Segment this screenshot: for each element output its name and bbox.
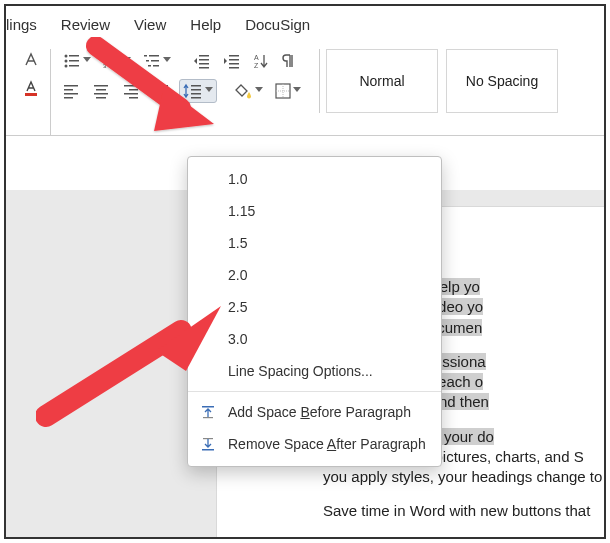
line-spacing-menu: 1.0 1.15 1.5 2.0 2.5 3.0 Line Spacing Op…	[187, 156, 442, 467]
ribbon-tabs: lings Review View Help DocuSign	[6, 6, 604, 43]
svg-rect-26	[229, 67, 239, 69]
svg-rect-25	[229, 63, 239, 65]
chevron-down-icon	[123, 57, 131, 65]
svg-point-5	[65, 65, 68, 68]
spacing-option-1.5[interactable]: 1.5	[188, 227, 441, 259]
svg-rect-44	[154, 97, 168, 99]
svg-rect-43	[154, 93, 168, 95]
tab-help[interactable]: Help	[190, 16, 221, 33]
spacing-option-2.0[interactable]: 2.0	[188, 259, 441, 291]
svg-rect-8	[109, 55, 119, 57]
svg-rect-48	[191, 97, 201, 99]
align-left-button[interactable]	[59, 79, 85, 103]
svg-rect-21	[199, 63, 209, 65]
bullets-button[interactable]	[59, 49, 95, 73]
svg-rect-36	[96, 97, 106, 99]
doc-text: Save time in Word with new buttons that	[323, 502, 590, 519]
align-right-button[interactable]	[119, 79, 145, 103]
decrease-indent-button[interactable]	[189, 49, 215, 73]
add-space-before[interactable]: Add Space Before Paragraph	[188, 396, 441, 428]
svg-rect-16	[151, 60, 159, 62]
tab-view[interactable]: View	[134, 16, 166, 33]
align-center-button[interactable]	[89, 79, 115, 103]
chevron-down-icon	[293, 87, 301, 95]
spacing-option-2.5[interactable]: 2.5	[188, 291, 441, 323]
svg-rect-14	[149, 55, 159, 57]
remove-space-after[interactable]: Remove Space After Paragraph	[188, 428, 441, 460]
svg-rect-19	[199, 55, 209, 57]
svg-rect-4	[69, 60, 79, 62]
svg-rect-10	[109, 60, 119, 62]
text-effects-icon[interactable]	[18, 49, 44, 71]
accelerator: B	[300, 404, 309, 420]
svg-rect-38	[129, 89, 138, 91]
svg-rect-55	[202, 449, 214, 451]
chevron-down-icon	[205, 87, 213, 95]
svg-text:Z: Z	[254, 62, 259, 69]
accelerator: A	[327, 436, 336, 452]
svg-rect-23	[229, 55, 239, 57]
svg-rect-31	[64, 93, 78, 95]
chevron-down-icon	[255, 87, 263, 95]
svg-rect-42	[154, 89, 168, 91]
svg-rect-12	[109, 65, 119, 67]
menu-label: Remove Space	[228, 436, 327, 452]
menu-label: efore Paragraph	[310, 404, 411, 420]
svg-text:A: A	[254, 54, 259, 61]
tab-review[interactable]: Review	[61, 16, 110, 33]
sort-button[interactable]: AZ	[249, 49, 273, 73]
increase-indent-button[interactable]	[219, 49, 245, 73]
chevron-down-icon	[83, 57, 91, 65]
show-paragraph-marks-button[interactable]	[277, 49, 299, 73]
menu-separator	[188, 391, 441, 392]
spacing-option-3.0[interactable]: 3.0	[188, 323, 441, 355]
menu-label: fter Paragraph	[336, 436, 426, 452]
ribbon-font-fragment	[12, 49, 50, 99]
svg-rect-20	[199, 59, 209, 61]
style-no-spacing[interactable]: No Spacing	[446, 49, 558, 113]
svg-rect-15	[146, 60, 149, 62]
tab-mailings-partial[interactable]: lings	[6, 16, 37, 33]
menu-label: Add Space	[228, 404, 300, 420]
shading-button[interactable]	[231, 79, 267, 103]
svg-rect-37	[124, 85, 138, 87]
paragraph-group-label: Para	[59, 109, 305, 131]
spacing-option-1.0[interactable]: 1.0	[188, 163, 441, 195]
styles-gallery: Normal No Spacing	[319, 49, 558, 113]
justify-button[interactable]	[149, 79, 175, 103]
svg-rect-40	[129, 97, 138, 99]
svg-rect-18	[153, 65, 159, 67]
svg-rect-34	[96, 89, 106, 91]
svg-rect-13	[144, 55, 147, 57]
svg-rect-52	[202, 406, 214, 408]
svg-rect-41	[154, 85, 168, 87]
svg-rect-47	[191, 93, 201, 95]
svg-rect-2	[69, 55, 79, 57]
borders-button[interactable]	[271, 79, 305, 103]
line-spacing-button[interactable]	[179, 79, 217, 103]
svg-rect-33	[94, 85, 108, 87]
svg-rect-53	[203, 417, 213, 418]
spacing-option-1.15[interactable]: 1.15	[188, 195, 441, 227]
paragraph-group: 123 AZ	[50, 49, 313, 135]
svg-rect-24	[229, 59, 239, 61]
svg-rect-17	[148, 65, 151, 67]
svg-rect-22	[199, 67, 209, 69]
tab-docusign[interactable]: DocuSign	[245, 16, 310, 33]
svg-rect-45	[191, 85, 201, 87]
ribbon: 123 AZ	[6, 43, 604, 136]
svg-rect-46	[191, 89, 201, 91]
svg-rect-32	[64, 97, 73, 99]
svg-rect-30	[64, 89, 73, 91]
svg-rect-35	[94, 93, 108, 95]
spacing-options[interactable]: Line Spacing Options...	[188, 355, 441, 387]
font-color-icon[interactable]	[18, 77, 44, 99]
add-space-before-icon	[198, 402, 218, 422]
svg-text:3: 3	[103, 63, 107, 69]
multilevel-list-button[interactable]	[139, 49, 175, 73]
svg-point-1	[65, 55, 68, 58]
numbering-button[interactable]: 123	[99, 49, 135, 73]
style-normal[interactable]: Normal	[326, 49, 438, 113]
svg-rect-0	[25, 93, 37, 96]
chevron-down-icon	[163, 57, 171, 65]
